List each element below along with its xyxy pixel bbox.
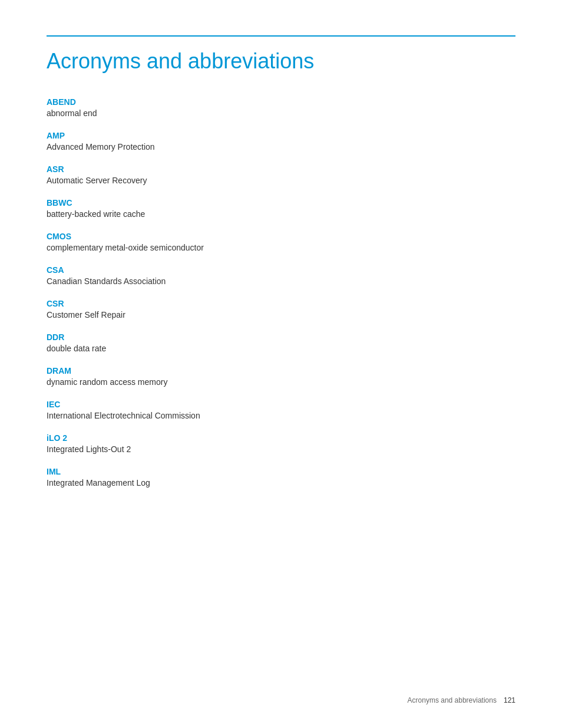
acronym-term: IEC bbox=[47, 400, 515, 409]
list-item: iLO 2Integrated Lights-Out 2 bbox=[47, 433, 515, 454]
acronym-definition: Integrated Lights-Out 2 bbox=[47, 444, 515, 454]
acronym-term: iLO 2 bbox=[47, 433, 515, 443]
list-item: ABENDabnormal end bbox=[47, 97, 515, 118]
acronym-definition: Customer Self Repair bbox=[47, 310, 515, 319]
footer-label: Acronyms and abbreviations bbox=[408, 696, 497, 704]
acronym-term: BBWC bbox=[47, 198, 515, 207]
list-item: DRAMdynamic random access memory bbox=[47, 366, 515, 387]
list-item: CMOScomplementary metal-oxide semiconduc… bbox=[47, 232, 515, 252]
acronym-definition: International Electrotechnical Commissio… bbox=[47, 411, 515, 420]
acronym-term: AMP bbox=[47, 131, 515, 140]
list-item: DDRdouble data rate bbox=[47, 332, 515, 353]
acronym-definition: abnormal end bbox=[47, 108, 515, 118]
top-rule bbox=[47, 35, 515, 37]
acronym-definition: complementary metal-oxide semiconductor bbox=[47, 243, 515, 252]
acronym-term: ABEND bbox=[47, 97, 515, 107]
footer-page-number: 121 bbox=[504, 696, 515, 704]
list-item: AMPAdvanced Memory Protection bbox=[47, 131, 515, 151]
list-item: ASRAutomatic Server Recovery bbox=[47, 164, 515, 185]
acronym-term: CMOS bbox=[47, 232, 515, 241]
page-footer: Acronyms and abbreviations 121 bbox=[408, 696, 515, 704]
acronym-definition: Integrated Management Log bbox=[47, 478, 515, 487]
acronym-list: ABENDabnormal endAMPAdvanced Memory Prot… bbox=[47, 97, 515, 487]
acronym-term: IML bbox=[47, 467, 515, 476]
list-item: CSRCustomer Self Repair bbox=[47, 299, 515, 319]
acronym-definition: double data rate bbox=[47, 344, 515, 353]
acronym-term: ASR bbox=[47, 164, 515, 174]
acronym-term: DRAM bbox=[47, 366, 515, 375]
list-item: IMLIntegrated Management Log bbox=[47, 467, 515, 487]
acronym-definition: Automatic Server Recovery bbox=[47, 176, 515, 185]
list-item: CSACanadian Standards Association bbox=[47, 265, 515, 286]
acronym-definition: dynamic random access memory bbox=[47, 377, 515, 387]
acronym-definition: Canadian Standards Association bbox=[47, 276, 515, 286]
acronym-term: DDR bbox=[47, 332, 515, 342]
page-title: Acronyms and abbreviations bbox=[47, 48, 515, 74]
acronym-definition: battery-backed write cache bbox=[47, 209, 515, 219]
page-container: Acronyms and abbreviations ABENDabnormal… bbox=[0, 0, 562, 728]
acronym-definition: Advanced Memory Protection bbox=[47, 142, 515, 151]
acronym-term: CSR bbox=[47, 299, 515, 308]
list-item: IECInternational Electrotechnical Commis… bbox=[47, 400, 515, 420]
list-item: BBWCbattery-backed write cache bbox=[47, 198, 515, 219]
acronym-term: CSA bbox=[47, 265, 515, 275]
